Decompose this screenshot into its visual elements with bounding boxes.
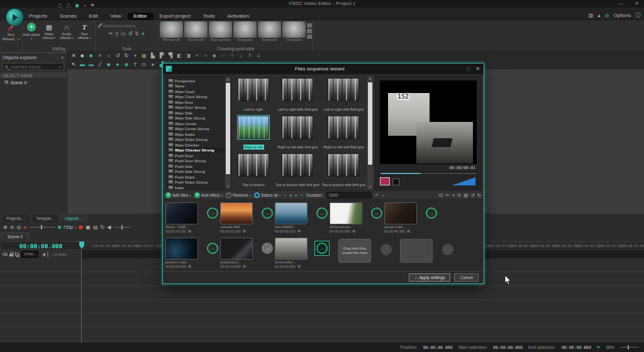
rect-select-icon[interactable]: ▬ bbox=[78, 60, 87, 69]
grid-item-right-to-left-with-8x8-grid[interactable]: Right to left with 8x8 grid bbox=[321, 114, 367, 152]
timeline-tab-projects[interactable]: Projects ... bbox=[1, 214, 31, 222]
move-up-icon[interactable]: ↑ bbox=[228, 52, 236, 60]
bring-front-icon[interactable]: ⇑ bbox=[245, 52, 254, 60]
transition-wipe-clock-strong[interactable]: Wipe Clock Strong bbox=[167, 94, 231, 100]
volume-triangle-icon[interactable] bbox=[452, 177, 475, 185]
grid-item-right-to-left-with-4x4-grid[interactable]: Right to left with 4x4 grid bbox=[274, 114, 320, 152]
remove-clip-icon[interactable]: ⊗ bbox=[243, 229, 247, 234]
media-clip-uskudar-666[interactable]: uskudar-666...00:00:05.000⊗ bbox=[220, 202, 259, 234]
timeline-tab-objects[interactable]: Objects ... bbox=[60, 214, 88, 222]
flag-icon[interactable]: ⚑ bbox=[91, 3, 94, 8]
transition-slot[interactable]: → bbox=[259, 238, 275, 254]
transition-arrow-icon[interactable]: → bbox=[426, 207, 437, 219]
grid-icon[interactable]: ▦ bbox=[140, 52, 148, 60]
transition-skew[interactable]: Skew bbox=[167, 84, 231, 89]
undo-icon[interactable]: ↺ bbox=[113, 52, 122, 60]
circle-tool-icon[interactable]: ○ bbox=[104, 52, 113, 60]
transition-arrow-icon[interactable]: → bbox=[262, 243, 273, 254]
center-h-icon[interactable]: + bbox=[192, 52, 201, 60]
transition-push-strips[interactable]: Push Strips bbox=[167, 174, 231, 180]
opacity-icon[interactable]: ◑ bbox=[452, 192, 455, 198]
transition-arrow-icon[interactable]: → bbox=[207, 207, 218, 219]
rounded-select-icon[interactable]: ▬ bbox=[87, 60, 96, 69]
cut-tool-icon[interactable]: ✂ bbox=[109, 31, 113, 36]
menu-editor[interactable]: Editor bbox=[128, 13, 153, 20]
accent-color-icon[interactable]: ■ bbox=[87, 52, 96, 60]
grid-scrollbar[interactable]: ▲ ▼ bbox=[367, 76, 373, 190]
text-effects-button[interactable]: TText effects ▾ bbox=[75, 22, 93, 40]
transition-push-side[interactable]: Push Side bbox=[167, 163, 231, 169]
page-icon[interactable]: ▤ bbox=[464, 192, 468, 198]
transition-slot[interactable]: → bbox=[314, 238, 330, 256]
scene-tab[interactable]: Scene 0 bbox=[1, 233, 29, 241]
remove-clip-icon[interactable]: ⊗ bbox=[188, 229, 192, 234]
quick-style-scroll[interactable] bbox=[307, 21, 312, 41]
transition-arrow-icon[interactable]: → bbox=[316, 207, 328, 219]
transition-list-scrollbar[interactable]: ▲ ▼ bbox=[225, 77, 231, 189]
snapshot-icon[interactable]: ▣ bbox=[86, 224, 91, 230]
transition-arrow-icon[interactable]: → bbox=[371, 207, 382, 219]
send-back-icon[interactable]: ⇓ bbox=[254, 52, 263, 60]
preview-progress-bar[interactable] bbox=[380, 172, 477, 175]
select-all-button[interactable]: Select all ▾ bbox=[254, 192, 280, 198]
audio-effects-button[interactable]: ∩Audio effects ▾ bbox=[58, 22, 75, 40]
clear-icon[interactable]: ✕ bbox=[96, 52, 104, 60]
search-clear-icon[interactable]: ✕ bbox=[58, 65, 62, 69]
transition-slot[interactable]: → bbox=[314, 202, 330, 219]
counter-icon[interactable]: ● bbox=[148, 60, 157, 69]
timeline-zoom-slider[interactable] bbox=[29, 227, 55, 228]
align-left-icon[interactable]: ▙ bbox=[148, 52, 157, 60]
quick-style-remove-all[interactable]: Remove all bbox=[160, 21, 183, 41]
text-tool-icon[interactable]: T bbox=[131, 60, 140, 69]
add-effect-button[interactable]: + Add effect ▾ bbox=[194, 192, 223, 198]
position-icon[interactable]: ⌖ bbox=[597, 344, 600, 351]
remove-button[interactable]: − Remove ▾ bbox=[226, 192, 251, 198]
quick-style-grayscale[interactable]: Grayscale bbox=[282, 21, 306, 41]
drop-icon[interactable]: ⊙ bbox=[457, 192, 461, 198]
transition-push-door[interactable]: Push Door bbox=[167, 153, 231, 158]
transition-arrow-icon[interactable]: → bbox=[262, 207, 273, 219]
transition-wipe-door[interactable]: Wipe Door bbox=[167, 99, 231, 105]
move-last-icon[interactable]: » bbox=[301, 193, 303, 197]
grid-item-right-to-left[interactable]: Right to left bbox=[233, 114, 274, 152]
align-top-icon[interactable]: ▛ bbox=[157, 52, 166, 60]
polygon-icon[interactable]: ◆ bbox=[122, 60, 131, 69]
redo-icon[interactable]: ↻ bbox=[122, 52, 131, 60]
zoom-in-icon[interactable]: ⊕ bbox=[3, 224, 8, 230]
menu-activation[interactable]: Activation bbox=[221, 13, 256, 20]
menu-export-project[interactable]: Export project bbox=[153, 13, 197, 20]
cycle-icon[interactable]: ↻ bbox=[100, 224, 104, 230]
media-clip-pexels-mart[interactable]: pexels-mart...00:00:46.366⊗ bbox=[384, 202, 423, 234]
quick-style-grayscale[interactable]: Grayscale bbox=[233, 21, 257, 41]
scroll-up-icon[interactable]: ▲ bbox=[225, 77, 231, 82]
fill-color-icon[interactable]: ■ bbox=[78, 52, 87, 60]
video-effects-button[interactable]: ▦Video effects ▾ bbox=[40, 22, 58, 40]
open-project-icon[interactable]: ▢ bbox=[67, 3, 71, 8]
new-project-icon[interactable]: ▢ bbox=[58, 3, 62, 8]
volume-slider[interactable] bbox=[113, 227, 131, 228]
transition-slot[interactable]: → bbox=[369, 202, 384, 219]
scrollbar-thumb[interactable] bbox=[368, 82, 372, 165]
transition-wipe-clock[interactable]: Wipe Clock bbox=[167, 89, 231, 94]
transition-wipe-checker[interactable]: Wipe Checker bbox=[167, 142, 231, 148]
rectangle-icon[interactable]: ■ bbox=[104, 60, 113, 69]
transition-wipe-center-strong[interactable]: Wipe Center Strong bbox=[167, 126, 231, 132]
subtitles-icon[interactable]: ▭ bbox=[140, 60, 148, 69]
align-bottom-icon[interactable]: ▜ bbox=[166, 52, 175, 60]
grid-item-left-to-right-with-8x8-grid[interactable]: Left to right with 8x8 grid bbox=[321, 77, 367, 114]
ellipse-icon[interactable]: ● bbox=[113, 60, 122, 69]
dialog-maximize-button[interactable]: □ bbox=[467, 66, 470, 72]
record-icon[interactable] bbox=[79, 225, 83, 229]
menu-scenes[interactable]: Scenes bbox=[53, 13, 83, 20]
distribute-v-icon[interactable]: ◨ bbox=[184, 52, 192, 60]
transition-slot[interactable]: → bbox=[423, 202, 439, 219]
zoom-slider[interactable] bbox=[620, 347, 639, 348]
play-tool-icon[interactable]: ● bbox=[142, 31, 145, 36]
transition-fade[interactable]: Fade bbox=[167, 185, 231, 190]
distribute-h-icon[interactable]: ◧ bbox=[175, 52, 184, 60]
transition-push-door-strong[interactable]: Push Door Strong bbox=[167, 158, 231, 164]
search-input[interactable]: Searched objects ✕ bbox=[3, 63, 64, 70]
rotate-cw-tool-icon[interactable]: ↻ bbox=[135, 31, 139, 36]
size-alt-icon[interactable]: ▫ bbox=[219, 52, 228, 60]
transition-wipe-strips[interactable]: Wipe Strips bbox=[167, 131, 231, 137]
